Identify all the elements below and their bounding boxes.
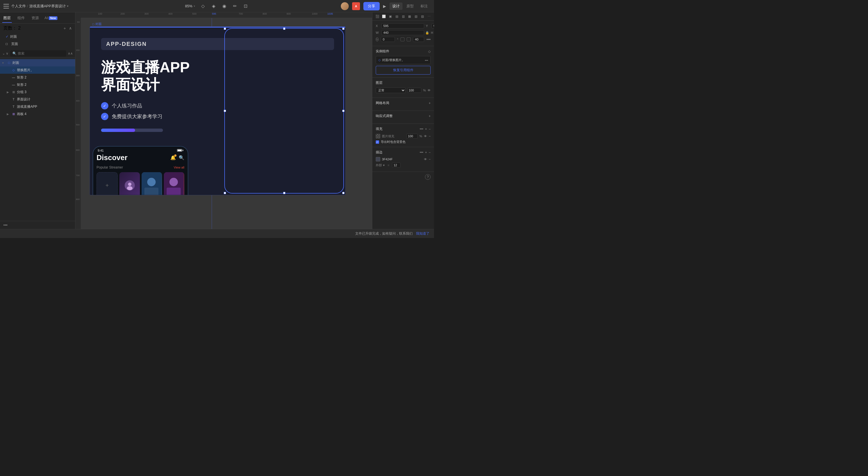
add-page-button[interactable]: ＋ [63, 26, 67, 31]
layer-item-group3[interactable]: ▶ ⊞ 分组 3 [0, 88, 75, 96]
grid-add-icon[interactable]: + [429, 101, 431, 105]
component-ref[interactable]: ◇ 封面/替换图片。 ••• [376, 56, 431, 64]
streamer-card-3[interactable]: Meooo [164, 172, 184, 195]
responsive-add-icon[interactable]: + [429, 114, 431, 118]
canvas-area[interactable]: 100 200 300 400 500 595 700 800 900 1000… [75, 12, 372, 229]
check-icon-1: ✓ [101, 102, 108, 109]
layer-item-rect2-2[interactable]: — 矩形 2 [0, 81, 75, 88]
instance-section: 实例组件 ◇ ◇ 封面/替换图片。 ••• 恢复引用组件 [372, 46, 434, 77]
layer-item-artboard4[interactable]: ▶ ⊞ 画板 4 [0, 110, 75, 118]
streamer-card-1[interactable]: Allie Newton [119, 172, 140, 195]
restore-button[interactable]: 恢复引用组件 [376, 66, 431, 74]
fill-add-icon[interactable]: + [425, 127, 427, 131]
align-left-icon[interactable]: ⬛ [375, 13, 380, 19]
page-cover[interactable]: ✓ 封面 [3, 33, 72, 40]
w-input[interactable] [381, 30, 424, 35]
blend-mode-select[interactable]: 正常 [376, 88, 406, 93]
canvas-content[interactable]: 封面 APP-DESIGN 游戏直播APP 界面设计 ✓ 个人练习作品 [81, 18, 372, 229]
notification-icon[interactable]: 🔔 [170, 155, 176, 160]
stroke-dots-icon[interactable]: ••• [420, 151, 423, 154]
layer-item-text1[interactable]: T 界面设计 [0, 96, 75, 103]
view-all-streamer[interactable]: View all [174, 166, 184, 169]
fill-opacity-input[interactable] [406, 134, 418, 139]
layer-item-replace-img[interactable]: ◇ 替换图片。 [0, 66, 75, 74]
fill-minus-icon[interactable]: − [429, 134, 431, 138]
opacity-input[interactable] [407, 88, 421, 93]
pages-list: ✓ 封面 □ 页面 [0, 33, 75, 49]
tab-prototype[interactable]: 原型 [404, 3, 416, 10]
tab-components[interactable]: 组件 [16, 13, 26, 23]
fill-dots-icon[interactable]: ••• [420, 127, 423, 131]
more-icon[interactable]: ••• [3, 223, 8, 227]
export-bg-checkbox[interactable]: ✓ [376, 140, 379, 144]
design-frame[interactable]: APP-DESIGN 游戏直播APP 界面设计 ✓ 个人练习作品 ✓ 免费提供大… [90, 26, 346, 195]
layer-item-text2[interactable]: T 游戏直播APP [0, 103, 75, 110]
search-input[interactable] [18, 52, 64, 56]
tab-ai[interactable]: AINew [44, 16, 57, 20]
stroke-color-value: 3F424F [382, 158, 422, 161]
know-button[interactable]: 我知道了 [416, 231, 430, 236]
search-expand-icon[interactable]: ⌄ ∨ [2, 52, 8, 56]
check-icon-2: ✓ [101, 113, 108, 120]
tab-design[interactable]: 设计 [390, 3, 402, 10]
component-more-icon[interactable]: ••• [425, 59, 428, 62]
fill-remove-icon[interactable]: − [429, 127, 431, 131]
layer-item-frame-cover[interactable]: ▾ □ 封面 [0, 59, 75, 66]
align-center-v-icon[interactable]: ▥ [401, 13, 406, 19]
help-icon[interactable]: ? [425, 174, 431, 180]
ruler-corner [75, 12, 81, 18]
fill-eye-icon[interactable]: 👁 [424, 134, 427, 138]
visibility-icon[interactable]: 👁 [428, 89, 431, 92]
align-top-icon[interactable]: ▤ [394, 13, 400, 19]
corner-radius-input[interactable] [413, 37, 424, 42]
collapse-button[interactable]: ∧ [69, 26, 72, 31]
snap-icon[interactable]: ◇ [199, 3, 206, 9]
page-main[interactable]: □ 页面 [3, 40, 72, 47]
collapse-icon[interactable]: ∧∧ [68, 52, 73, 56]
streamer-card-2[interactable]: Verna Foster [142, 172, 162, 195]
distribute-v-icon[interactable]: ▨ [420, 13, 425, 19]
align-center-h-icon[interactable]: ⬜ [381, 13, 387, 19]
search-phone-icon[interactable]: 🔍 [179, 155, 184, 160]
more-align-icon[interactable]: ⋯ [426, 13, 432, 19]
y-col: Y [426, 23, 434, 28]
stroke-position-select[interactable]: 外部 ▾ [376, 163, 385, 167]
layer-name: 封面 [12, 61, 73, 65]
play-button[interactable]: ▶ [383, 4, 386, 8]
tab-assets[interactable]: 资源 [30, 13, 40, 23]
edit-icon[interactable]: ✏ [231, 3, 238, 9]
wh-row: W 🔒 H [376, 30, 431, 35]
menu-icon[interactable] [3, 4, 9, 8]
tab-layers[interactable]: 图层 [2, 13, 12, 23]
flip-v-icon[interactable] [407, 37, 411, 41]
x-input[interactable] [381, 23, 424, 28]
stroke-color-wrap[interactable] [376, 157, 380, 161]
tab-annotation[interactable]: 标注 [418, 3, 431, 10]
align-right-icon[interactable]: ▣ [388, 13, 393, 19]
stroke-minus-icon[interactable]: − [429, 157, 431, 161]
stroke-width-input[interactable] [392, 163, 401, 168]
bottom-bar: 文件已升级完成，如有疑问，联系我们 我知道了 [0, 229, 434, 238]
distribute-h-icon[interactable]: ▧ [413, 13, 419, 19]
layer-item-rect2-1[interactable]: — 矩形 2 [0, 74, 75, 81]
eye-icon[interactable]: ◉ [221, 3, 228, 9]
stroke-add-icon[interactable]: + [425, 151, 427, 154]
zoom-control[interactable]: 85% ▾ [185, 4, 195, 8]
crop-icon[interactable]: ⊡ [242, 3, 249, 9]
stroke-remove-icon[interactable]: − [429, 151, 431, 154]
streamer-add-card[interactable]: + [97, 172, 118, 195]
more-options-icon[interactable]: ••• [426, 37, 431, 42]
flip-h-icon[interactable] [401, 37, 404, 41]
fill-color-wrap[interactable] [376, 134, 380, 138]
rotation-input[interactable] [381, 37, 395, 42]
align-bottom-icon[interactable]: ▦ [407, 13, 412, 19]
text-icon: T [11, 98, 16, 101]
streamer-img-bg1 [119, 172, 140, 195]
share-button[interactable]: 分享 [363, 2, 380, 10]
breadcrumb-file[interactable]: 游戏直播APP界面设计 ▾ [29, 4, 68, 9]
breadcrumb-folder[interactable]: 个人文件 [11, 4, 26, 9]
grid-icon[interactable]: ◈ [210, 3, 217, 9]
stroke-eye-icon[interactable]: 👁 [424, 158, 427, 161]
y-input[interactable] [431, 23, 434, 28]
lock-icon[interactable]: 🔒 [425, 31, 429, 35]
